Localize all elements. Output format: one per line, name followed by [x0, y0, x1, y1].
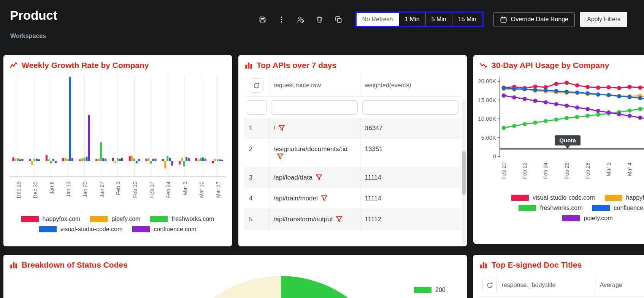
svg-text:10.00K: 10.00K	[478, 115, 496, 122]
top-apis-table: request.route.raw weighted(events) 1/363…	[244, 74, 461, 230]
legend-item[interactable]: confluence.com	[592, 205, 644, 211]
api-table-row[interactable]: 2/esignature/documents/:id13351	[244, 139, 461, 167]
legend-row: pipefy.com	[562, 215, 612, 222]
legend-swatch	[414, 287, 431, 293]
line-chart-icon	[10, 61, 18, 69]
card-title-text: Top E-signed Doc Titles	[492, 260, 582, 270]
legend-item[interactable]: visual-studio-code.com	[511, 194, 595, 201]
legend-item[interactable]: happyfox.com	[21, 216, 81, 222]
column-header-route[interactable]: request.route.raw	[269, 74, 360, 97]
svg-text:Jan 27: Jan 27	[99, 181, 105, 197]
table-header-row: request.route.raw weighted(events)	[244, 74, 461, 97]
user-permissions-icon[interactable]	[297, 15, 306, 24]
legend-swatch	[132, 226, 150, 232]
bar-chart-icon	[244, 61, 253, 69]
kebab-menu-icon[interactable]	[278, 15, 287, 24]
filter-funnel-icon[interactable]	[278, 125, 285, 131]
legend-swatch	[90, 216, 108, 222]
legend-swatch	[562, 215, 580, 221]
table-refresh-button[interactable]	[249, 78, 263, 93]
api-table-row[interactable]: 3/api/load/data11114	[244, 167, 461, 188]
svg-text:Dec 23: Dec 23	[16, 181, 22, 199]
svg-text:Feb 24: Feb 24	[165, 181, 171, 198]
filter-input-rank[interactable]	[247, 100, 266, 115]
legend-item[interactable]: pipefy.com	[562, 215, 612, 222]
column-header-weighted[interactable]: weighted(events)	[360, 74, 461, 97]
legend-item[interactable]: happyfox.com	[605, 194, 644, 201]
row-rank: 3	[244, 167, 269, 188]
api-table-row[interactable]: 1/36347	[244, 118, 461, 139]
legend-item[interactable]: pipefy.com	[90, 216, 140, 222]
legend-item[interactable]: confluence.com	[132, 226, 196, 233]
legend-swatch	[511, 195, 529, 201]
refresh-icon	[486, 282, 493, 289]
table-refresh-button[interactable]	[482, 278, 497, 292]
legend-item[interactable]: freshworks.com	[150, 216, 214, 222]
legend-swatch	[605, 195, 622, 201]
filter-input-route[interactable]	[271, 100, 358, 115]
svg-text:Feb 3: Feb 3	[115, 181, 121, 195]
esigned-docs-table: response._body.title Average	[478, 274, 644, 298]
api-table-row[interactable]: 4/api/train/model11114	[244, 188, 461, 209]
row-value: 13351	[360, 139, 461, 167]
row-rank: 2	[244, 139, 269, 167]
copy-icon[interactable]	[335, 15, 344, 24]
svg-text:0: 0	[493, 153, 496, 159]
legend-label: 200	[435, 287, 446, 293]
legend-label: visual-studio-code.com	[60, 226, 123, 233]
legend-item[interactable]: freshworks.com	[519, 205, 582, 211]
save-icon[interactable]	[259, 15, 268, 24]
override-date-range-button[interactable]: Override Date Range	[493, 12, 575, 27]
svg-text:Mar 3: Mar 3	[182, 181, 188, 195]
status-codes-pie-chart[interactable]	[167, 276, 395, 298]
route-value: /esignature/documents/:id	[274, 145, 348, 153]
card-title: 30-Day API Usage by Company	[473, 55, 644, 72]
refresh-option[interactable]: No Refresh	[357, 13, 399, 26]
svg-text:Jan 20: Jan 20	[82, 181, 88, 197]
refresh-option[interactable]: 15 Min	[452, 13, 482, 26]
trash-icon[interactable]	[316, 15, 325, 24]
route-value: /api/train/model	[274, 195, 318, 202]
svg-text:Feb 26: Feb 26	[564, 162, 570, 179]
svg-text:Feb 24: Feb 24	[542, 162, 549, 179]
card-title: Weekly Growth Rate by Company	[3, 55, 232, 72]
legend-swatch	[21, 216, 39, 222]
bar-chart-icon	[10, 261, 18, 269]
legend-item[interactable]: visual-studio-code.com	[39, 226, 123, 233]
filter-input-weighted[interactable]	[362, 100, 458, 115]
legend-row: happyfox.compipefy.comfreshworks.com	[21, 216, 214, 222]
column-header-average[interactable]: Average	[595, 274, 644, 296]
card-status-codes: Breakdown of Status Codes 200	[3, 255, 467, 298]
legend-row: visual-studio-code.comconfluence.com	[39, 226, 197, 233]
card-title: Top APIs over 7 days	[238, 55, 467, 72]
api-table-row[interactable]: 5/api/transform/output11112	[244, 209, 461, 230]
legend-label: happyfox.com	[626, 194, 644, 201]
weekly-growth-chart[interactable]: Dec 23Dec 30Jan 6Jan 13Jan 20Jan 27Feb 3…	[3, 72, 232, 215]
table-scrollbar[interactable]	[462, 100, 466, 244]
card-usage-30d: 30-Day API Usage by Company 20.00K15.00K…	[473, 55, 644, 244]
column-header-title[interactable]: response._body.title	[497, 274, 595, 296]
refresh-icon	[253, 82, 260, 89]
legend-item[interactable]: 200	[414, 287, 446, 293]
refresh-option[interactable]: 1 Min	[399, 13, 425, 26]
row-value: 11112	[360, 209, 461, 230]
card-title-text: Weekly Growth Rate by Company	[22, 61, 149, 70]
filter-funnel-icon[interactable]	[321, 195, 328, 202]
filter-funnel-icon[interactable]	[316, 174, 322, 181]
apply-filters-button[interactable]: Apply Filters	[580, 12, 627, 27]
usage-line-chart[interactable]: 20.00K15.00K10.00K5.00K0QuotaFeb 20Feb 2…	[473, 72, 644, 194]
legend-swatch	[150, 216, 168, 222]
quota-label: Quota	[559, 137, 576, 143]
refresh-option[interactable]: 5 Min	[425, 13, 452, 26]
scrollbar-thumb[interactable]	[462, 151, 466, 195]
status-codes-legend: 200	[414, 287, 446, 293]
legend-swatch	[592, 205, 610, 211]
svg-text:Feb 20: Feb 20	[501, 162, 507, 179]
svg-text:Dec 30: Dec 30	[32, 181, 38, 199]
filter-funnel-icon[interactable]	[336, 216, 343, 222]
filter-funnel-icon[interactable]	[277, 153, 284, 160]
weekly-growth-legend: happyfox.compipefy.comfreshworks.comvisu…	[3, 216, 232, 233]
weekly-growth-bar-svg: Dec 23Dec 30Jan 6Jan 13Jan 20Jan 27Feb 3…	[10, 72, 226, 213]
row-value: 36347	[360, 118, 461, 139]
card-title: Top E-signed Doc Titles	[473, 255, 644, 272]
